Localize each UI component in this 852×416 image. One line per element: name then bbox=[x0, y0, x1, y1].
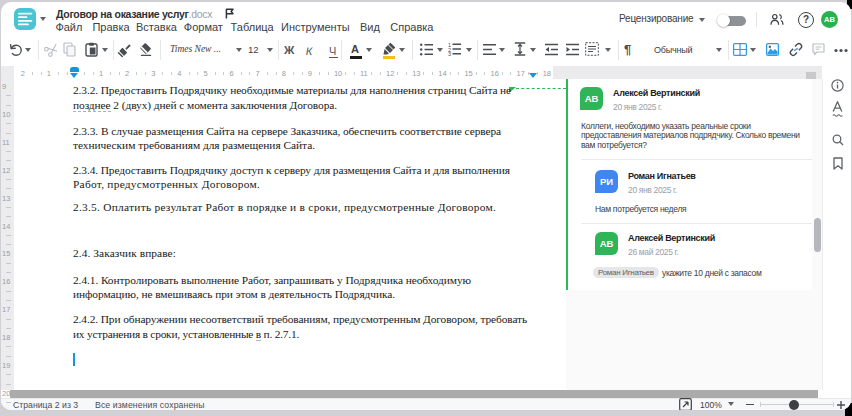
svg-text:3: 3 bbox=[448, 51, 451, 57]
